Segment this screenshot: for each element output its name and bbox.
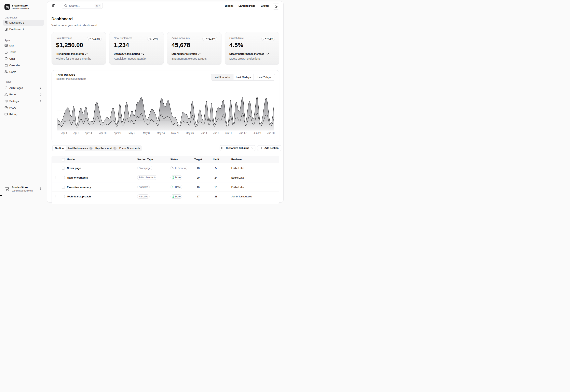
svg-text:May 2: May 2 xyxy=(128,131,135,134)
svg-text:May 26: May 26 xyxy=(186,131,194,134)
svg-text:Jun 11: Jun 11 xyxy=(225,131,232,134)
svg-text:May 8: May 8 xyxy=(143,131,150,134)
svg-text:May 20: May 20 xyxy=(171,131,179,134)
svg-text:Apr 4: Apr 4 xyxy=(61,131,67,134)
svg-text:Apr 26: Apr 26 xyxy=(114,131,121,134)
svg-text:Jun 1: Jun 1 xyxy=(201,131,207,134)
svg-text:May 14: May 14 xyxy=(157,131,165,134)
svg-text:Apr 14: Apr 14 xyxy=(85,131,92,134)
svg-text:Apr 9: Apr 9 xyxy=(73,131,79,134)
svg-text:Apr 20: Apr 20 xyxy=(99,131,107,134)
svg-text:Jun 6: Jun 6 xyxy=(213,131,219,134)
svg-text:Jun 30: Jun 30 xyxy=(267,131,274,134)
svg-text:Jun 17: Jun 17 xyxy=(239,131,246,134)
svg-text:Jun 23: Jun 23 xyxy=(254,131,261,134)
